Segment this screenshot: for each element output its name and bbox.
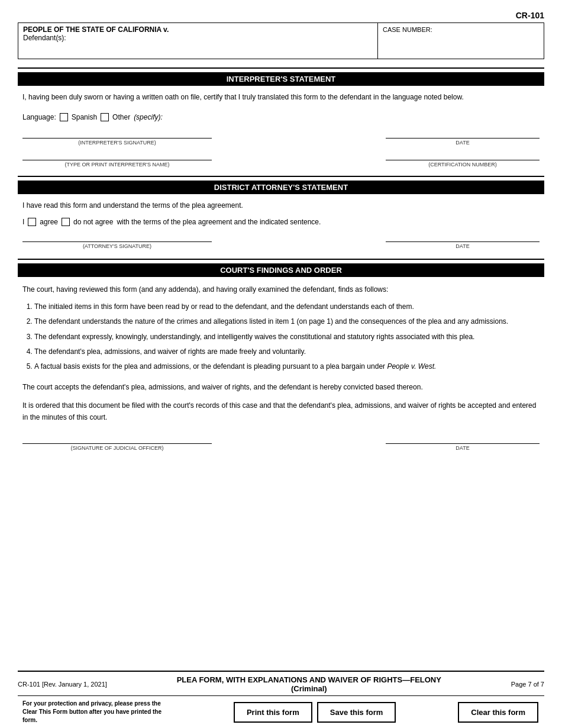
interpreter-date-block: DATE	[386, 138, 540, 146]
interpreter-sig-line[interactable]	[22, 138, 212, 138]
attorney-sig-line[interactable]	[22, 241, 212, 242]
language-label: Language:	[22, 113, 56, 121]
interpreter-cert-label: (CERTIFICATION NUMBER)	[386, 162, 540, 167]
header-box: PEOPLE OF THE STATE OF CALIFORNIA v. Def…	[18, 22, 544, 59]
case-number-label: CASE NUMBER:	[383, 26, 432, 33]
court-intro: The court, having reviewed this form (an…	[22, 284, 540, 295]
interpreter-name-label: (TYPE OR PRINT INTERPRETER'S NAME)	[22, 162, 212, 167]
footer-form-id: CR-101 [Rev. January 1, 2021]	[18, 681, 107, 688]
interpreter-cert-block: (CERTIFICATION NUMBER)	[386, 160, 540, 167]
da-i-prefix: I	[22, 218, 24, 226]
save-button[interactable]: Save this form	[317, 702, 396, 723]
da-body2-suffix: with the terms of the plea agreement and…	[117, 218, 321, 226]
interpreter-date-label: DATE	[386, 140, 540, 146]
interpreter-section-title: INTERPRETER'S STATEMENT	[18, 72, 544, 86]
judicial-sig-label: (SIGNATURE OF JUDICIAL OFFICER)	[22, 445, 212, 451]
other-label: Other	[112, 113, 130, 121]
judicial-sig-block: (SIGNATURE OF JUDICIAL OFFICER)	[22, 443, 212, 451]
party-name: PEOPLE OF THE STATE OF CALIFORNIA v.	[23, 25, 373, 34]
other-specify-label: (specify):	[134, 113, 163, 121]
finding-3: The defendant expressly, knowingly, unde…	[34, 331, 540, 343]
attorney-sig-row: (ATTORNEY'S SIGNATURE) DATE	[22, 241, 540, 249]
da-body1: I have read this form and understand the…	[18, 198, 544, 213]
form-number: CR-101	[18, 11, 544, 20]
footer-privacy-bold: For your protection and privacy, please …	[22, 700, 162, 723]
spanish-label: Spanish	[72, 113, 97, 121]
agree-label: agree	[40, 218, 58, 226]
interpreter-sig-block: (INTERPRETER'S SIGNATURE)	[22, 138, 212, 146]
attorney-date-line[interactable]	[386, 241, 540, 242]
clear-button[interactable]: Clear this form	[458, 702, 538, 723]
court-findings-list: The initialed items in this form have be…	[34, 301, 540, 376]
footer-top-row: CR-101 [Rev. January 1, 2021] PLEA FORM,…	[18, 675, 544, 695]
print-button[interactable]: Print this form	[234, 702, 312, 723]
interpreter-name-line[interactable]	[22, 160, 212, 160]
defendant-label: Defendant(s):	[23, 34, 373, 42]
da-section-title: DISTRICT ATTORNEY'S STATEMENT	[18, 181, 544, 194]
attorney-date-label: DATE	[386, 243, 540, 249]
interpreter-sig-row: (INTERPRETER'S SIGNATURE) DATE	[22, 138, 540, 146]
finding-2: The defendant understands the nature of …	[34, 316, 540, 327]
interpreter-name-row: (TYPE OR PRINT INTERPRETER'S NAME) (CERT…	[22, 160, 540, 167]
attorney-sig-block: (ATTORNEY'S SIGNATURE)	[22, 241, 212, 249]
footer-clear-area: Clear this form	[458, 696, 544, 728]
header-right: CASE NUMBER:	[378, 23, 544, 59]
language-row: Language: Spanish Other (specify):	[22, 113, 540, 121]
interpreter-sig-label: (INTERPRETER'S SIGNATURE)	[22, 140, 212, 146]
footer-title: PLEA FORM, WITH EXPLANATIONS AND WAIVER …	[107, 675, 511, 693]
judicial-sig-row: (SIGNATURE OF JUDICIAL OFFICER) DATE	[22, 443, 540, 451]
agree-row: I agree do not agree with the terms of t…	[22, 218, 540, 226]
footer-buttons: Print this form Save this form	[172, 696, 458, 728]
judicial-date-line[interactable]	[386, 443, 540, 444]
judicial-date-label: DATE	[386, 445, 540, 451]
do-not-agree-label: do not agree	[73, 218, 113, 226]
interpreter-cert-line[interactable]	[386, 160, 540, 160]
court-para2: It is ordered that this document be file…	[22, 400, 540, 423]
attorney-sig-label: (ATTORNEY'S SIGNATURE)	[22, 243, 212, 249]
interpreter-body: I, having been duly sworn or having a wr…	[18, 89, 544, 105]
header-left: PEOPLE OF THE STATE OF CALIFORNIA v. Def…	[18, 23, 378, 59]
interpreter-name-block: (TYPE OR PRINT INTERPRETER'S NAME)	[22, 160, 212, 167]
footer-privacy-text: For your protection and privacy, please …	[18, 696, 172, 728]
spanish-checkbox[interactable]	[60, 113, 68, 121]
finding-5: A factual basis exists for the plea and …	[34, 361, 540, 372]
finding-4: The defendant's plea, admissions, and wa…	[34, 346, 540, 357]
judicial-sig-line[interactable]	[22, 443, 212, 444]
footer-bar: CR-101 [Rev. January 1, 2021] PLEA FORM,…	[18, 671, 544, 728]
other-checkbox[interactable]	[101, 113, 109, 121]
footer-bottom-row: For your protection and privacy, please …	[18, 695, 544, 728]
agree-checkbox[interactable]	[28, 218, 36, 226]
judicial-date-block: DATE	[386, 443, 540, 451]
finding-1: The initialed items in this form have be…	[34, 301, 540, 313]
footer-page: Page 7 of 7	[511, 681, 544, 688]
court-para1: The court accepts the defendant's plea, …	[22, 382, 540, 393]
interpreter-date-line[interactable]	[386, 138, 540, 138]
court-section-title: COURT'S FINDINGS AND ORDER	[18, 263, 544, 277]
do-not-agree-checkbox[interactable]	[62, 218, 70, 226]
attorney-date-block: DATE	[386, 241, 540, 249]
